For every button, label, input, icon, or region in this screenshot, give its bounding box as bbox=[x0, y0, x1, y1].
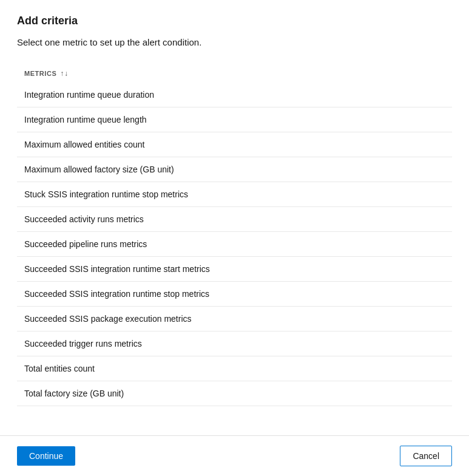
metric-item[interactable]: Maximum allowed factory size (GB unit) bbox=[17, 157, 452, 182]
dialog-subtitle: Select one metric to set up the alert co… bbox=[17, 37, 452, 47]
metrics-column-label: METRICS bbox=[24, 70, 56, 77]
dialog-footer: Continue Cancel bbox=[0, 435, 469, 476]
metric-item[interactable]: Integration runtime queue length bbox=[17, 107, 452, 132]
metric-item[interactable]: Succeeded SSIS integration runtime start… bbox=[17, 257, 452, 282]
dialog-title: Add criteria bbox=[17, 15, 452, 27]
metric-item[interactable]: Succeeded SSIS integration runtime stop … bbox=[17, 282, 452, 307]
sort-icon[interactable]: ↑↓ bbox=[60, 69, 68, 78]
metric-item[interactable]: Succeeded SSIS package execution metrics bbox=[17, 307, 452, 332]
cancel-button[interactable]: Cancel bbox=[400, 446, 452, 466]
metric-item[interactable]: Maximum allowed entities count bbox=[17, 132, 452, 157]
metric-item[interactable]: Succeeded pipeline runs metrics bbox=[17, 232, 452, 257]
add-criteria-dialog: Add criteria Select one metric to set up… bbox=[0, 0, 469, 476]
metrics-section: METRICS ↑↓ Integration runtime queue dur… bbox=[0, 64, 469, 435]
metric-item[interactable]: Stuck SSIS integration runtime stop metr… bbox=[17, 182, 452, 207]
metric-item[interactable]: Integration runtime queue duration bbox=[17, 83, 452, 107]
metrics-list-container: Integration runtime queue durationIntegr… bbox=[17, 83, 452, 435]
metric-item[interactable]: Succeeded activity runs metrics bbox=[17, 207, 452, 232]
metric-item[interactable]: Total factory size (GB unit) bbox=[17, 381, 452, 406]
metric-item[interactable]: Total entities count bbox=[17, 356, 452, 381]
metric-item[interactable]: Succeeded trigger runs metrics bbox=[17, 332, 452, 356]
metrics-list: Integration runtime queue durationIntegr… bbox=[17, 83, 452, 435]
dialog-header: Add criteria Select one metric to set up… bbox=[0, 0, 469, 64]
continue-button[interactable]: Continue bbox=[17, 446, 75, 466]
metrics-column-header: METRICS ↑↓ bbox=[17, 64, 452, 83]
